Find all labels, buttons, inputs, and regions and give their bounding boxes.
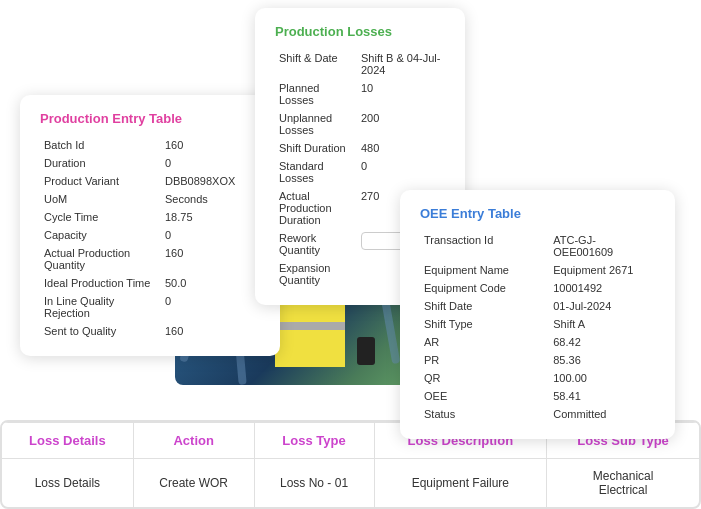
oee-entry-row: StatusCommitted: [420, 405, 655, 423]
oee-value-9: Committed: [549, 405, 655, 423]
oee-label-1: Equipment Name: [420, 261, 549, 279]
pe-value-1: 0: [161, 154, 260, 172]
production-entry-title: Production Entry Table: [40, 111, 260, 126]
col-header-loss-type[interactable]: Loss Type: [254, 423, 374, 459]
oee-label-8: OEE: [420, 387, 549, 405]
production-entry-table: Batch Id160Duration0Product VariantDBB08…: [40, 136, 260, 340]
cell-loss-type: Loss No - 01: [254, 459, 374, 508]
oee-label-4: Shift Type: [420, 315, 549, 333]
oee-value-2: 10001492: [549, 279, 655, 297]
production-losses-row: Standard Losses0: [275, 157, 445, 187]
stripe-2: [275, 322, 345, 330]
oee-label-7: QR: [420, 369, 549, 387]
oee-value-0: ATC-GJ-OEE001609: [549, 231, 655, 261]
oee-value-6: 85.36: [549, 351, 655, 369]
production-losses-row: Shift & DateShift B & 04-Jul-2024: [275, 49, 445, 79]
pl-label-0: Shift & Date: [275, 49, 357, 79]
pe-value-2: DBB0898XOX: [161, 172, 260, 190]
oee-entry-row: Transaction IdATC-GJ-OEE001609: [420, 231, 655, 261]
oee-entry-row: QR100.00: [420, 369, 655, 387]
oee-entry-row: AR68.42: [420, 333, 655, 351]
pl-value-3: 480: [357, 139, 445, 157]
oee-entry-card: OEE Entry Table Transaction IdATC-GJ-OEE…: [400, 190, 675, 439]
oee-entry-row: Equipment NameEquipment 2671: [420, 261, 655, 279]
production-losses-row: Planned Losses10: [275, 79, 445, 109]
oee-entry-row: Shift Date01-Jul-2024: [420, 297, 655, 315]
production-losses-row: Shift Duration480: [275, 139, 445, 157]
oee-value-7: 100.00: [549, 369, 655, 387]
oee-value-1: Equipment 2671: [549, 261, 655, 279]
pl-label-7: Expansion Quantity: [275, 259, 357, 289]
cell-loss-details: Loss Details: [2, 459, 133, 508]
pl-label-3: Shift Duration: [275, 139, 357, 157]
production-entry-row: UoMSeconds: [40, 190, 260, 208]
pl-value-4: 0: [357, 157, 445, 187]
oee-label-3: Shift Date: [420, 297, 549, 315]
production-entry-row: Batch Id160: [40, 136, 260, 154]
production-entry-row: Ideal Production Time50.0: [40, 274, 260, 292]
pe-value-3: Seconds: [161, 190, 260, 208]
pe-value-0: 160: [161, 136, 260, 154]
phone: [357, 337, 375, 365]
pl-value-1: 10: [357, 79, 445, 109]
oee-entry-row: PR85.36: [420, 351, 655, 369]
production-entry-row: In Line Quality Rejection0: [40, 292, 260, 322]
pe-value-6: 160: [161, 244, 260, 274]
pl-label-4: Standard Losses: [275, 157, 357, 187]
oee-value-3: 01-Jul-2024: [549, 297, 655, 315]
pe-label-5: Capacity: [40, 226, 161, 244]
production-entry-row: Sent to Quality160: [40, 322, 260, 340]
production-losses-title: Production Losses: [275, 24, 445, 39]
production-entry-card: Production Entry Table Batch Id160Durati…: [20, 95, 280, 356]
oee-value-8: 58.41: [549, 387, 655, 405]
pe-value-7: 50.0: [161, 274, 260, 292]
oee-entry-row: OEE58.41: [420, 387, 655, 405]
oee-entry-row: Equipment Code10001492: [420, 279, 655, 297]
pe-label-3: UoM: [40, 190, 161, 208]
pl-label-6: Rework Quantity: [275, 229, 357, 259]
table-row: Loss Details Create WOR Loss No - 01 Equ…: [2, 459, 699, 508]
oee-label-0: Transaction Id: [420, 231, 549, 261]
pe-label-0: Batch Id: [40, 136, 161, 154]
col-header-loss-details[interactable]: Loss Details: [2, 423, 133, 459]
oee-label-2: Equipment Code: [420, 279, 549, 297]
oee-label-5: AR: [420, 333, 549, 351]
pe-label-2: Product Variant: [40, 172, 161, 190]
pe-value-4: 18.75: [161, 208, 260, 226]
pl-value-0: Shift B & 04-Jul-2024: [357, 49, 445, 79]
production-entry-row: Capacity0: [40, 226, 260, 244]
pe-value-8: 0: [161, 292, 260, 322]
production-entry-row: Cycle Time18.75: [40, 208, 260, 226]
cell-loss-sub-type: MechanicalElectrical: [547, 459, 699, 508]
pe-label-9: Sent to Quality: [40, 322, 161, 340]
pe-value-9: 160: [161, 322, 260, 340]
pe-label-8: In Line Quality Rejection: [40, 292, 161, 322]
production-losses-row: Unplanned Losses200: [275, 109, 445, 139]
oee-entry-table: Transaction IdATC-GJ-OEE001609Equipment …: [420, 231, 655, 423]
oee-entry-row: Shift TypeShift A: [420, 315, 655, 333]
pe-label-7: Ideal Production Time: [40, 274, 161, 292]
oee-label-6: PR: [420, 351, 549, 369]
production-entry-row: Product VariantDBB0898XOX: [40, 172, 260, 190]
col-header-action[interactable]: Action: [133, 423, 254, 459]
oee-value-5: 68.42: [549, 333, 655, 351]
pe-label-6: Actual Production Quantity: [40, 244, 161, 274]
production-entry-row: Duration0: [40, 154, 260, 172]
pl-label-1: Planned Losses: [275, 79, 357, 109]
oee-label-9: Status: [420, 405, 549, 423]
pl-label-2: Unplanned Losses: [275, 109, 357, 139]
production-entry-row: Actual Production Quantity160: [40, 244, 260, 274]
pl-label-5: Actual Production Duration: [275, 187, 357, 229]
pe-label-1: Duration: [40, 154, 161, 172]
oee-entry-title: OEE Entry Table: [420, 206, 655, 221]
cell-action: Create WOR: [133, 459, 254, 508]
pe-label-4: Cycle Time: [40, 208, 161, 226]
pl-value-2: 200: [357, 109, 445, 139]
cell-loss-description: Equipment Failure: [374, 459, 547, 508]
pe-value-5: 0: [161, 226, 260, 244]
oee-value-4: Shift A: [549, 315, 655, 333]
